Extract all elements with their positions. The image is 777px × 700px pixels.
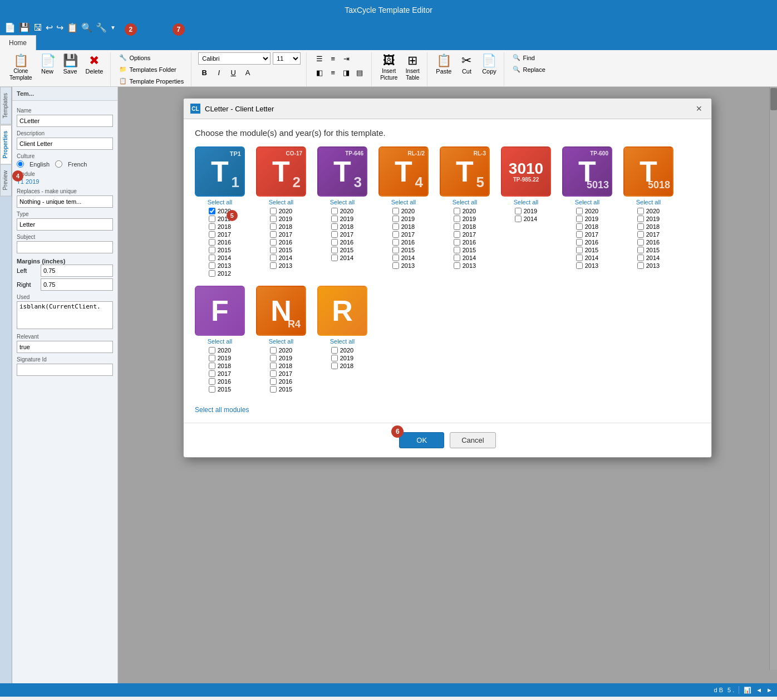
t1-year-2013[interactable]: 2013	[209, 262, 231, 269]
french-radio[interactable]	[55, 160, 62, 168]
t4-letter: T	[395, 157, 412, 186]
italic-button[interactable]: I	[213, 66, 225, 79]
description-input[interactable]	[17, 138, 113, 150]
t1-year-2017[interactable]: 2017	[209, 231, 231, 238]
module-icon-3010[interactable]: 3010 TP-985.22	[501, 146, 551, 197]
cut-button[interactable]: ✂ Cut	[455, 52, 478, 77]
clone-template-button[interactable]: 📋 CloneTemplate	[6, 52, 36, 84]
right-margin-input[interactable]	[41, 278, 113, 291]
module-icon-t3[interactable]: T 3 TP-646	[317, 146, 367, 197]
relevant-label: Relevant	[17, 334, 113, 340]
t3-select-all[interactable]: Select all	[330, 199, 355, 205]
font-name-select[interactable]: Calibri	[198, 52, 271, 65]
tab-home[interactable]: Home	[0, 35, 36, 50]
nav-prev-icon[interactable]: ◄	[756, 687, 762, 693]
select-all-modules-link[interactable]: Select all modules	[195, 406, 249, 414]
undo-icon[interactable]: ↩	[46, 22, 53, 33]
t1-year-2014[interactable]: 2014	[209, 254, 231, 261]
step-badge-2: 2	[125, 23, 137, 36]
insert-table-button[interactable]: ⊞ InsertTable	[401, 52, 424, 84]
t1-year-list: 2020 2019 5 2018 2017 2016 2015 2014 201…	[209, 208, 231, 277]
redo-icon[interactable]: ↪	[56, 22, 63, 33]
module-icon-r[interactable]: R	[317, 286, 367, 336]
t5-select-all[interactable]: Select all	[453, 199, 478, 205]
insert-picture-button[interactable]: 🖼 InsertPicture	[376, 52, 401, 84]
t1-year-2015[interactable]: 2015	[209, 247, 231, 253]
3010-select-all[interactable]: Select all	[514, 199, 539, 205]
save-as-icon[interactable]: 🖫	[33, 23, 42, 33]
insert-table-label: InsertTable	[406, 68, 420, 81]
tab-properties[interactable]: Properties	[0, 125, 12, 164]
n-letter: N	[271, 296, 292, 325]
step-badge-7: 7	[173, 23, 185, 36]
t2-select-all[interactable]: Select all	[269, 199, 294, 205]
tab-templates[interactable]: Templates	[0, 87, 12, 125]
font-color-button[interactable]: A	[242, 66, 254, 79]
module-icon-n[interactable]: N R4	[256, 286, 306, 336]
align-center-button[interactable]: ≡	[327, 66, 339, 79]
underline-button[interactable]: U	[227, 66, 239, 79]
copy-button[interactable]: 📄 Copy	[478, 52, 500, 77]
t1-year-2019[interactable]: 2019 5	[209, 216, 231, 222]
n-select-all[interactable]: Select all	[269, 338, 294, 345]
module-icon-t2[interactable]: T 2 CO-17	[256, 146, 306, 197]
settings-icon[interactable]: 🔧	[96, 22, 107, 33]
subject-input[interactable]	[17, 241, 113, 253]
module-icon-t5[interactable]: T 5 RL-3	[440, 146, 490, 197]
bold-button[interactable]: B	[198, 66, 210, 79]
clipboard-icon[interactable]: 📋	[67, 22, 78, 33]
t5018-select-all[interactable]: Select all	[636, 199, 661, 205]
quick-access-dropdown[interactable]: ▼	[110, 25, 116, 31]
t3-num: 3	[354, 174, 362, 191]
find-button[interactable]: 🔍 Find	[509, 52, 549, 63]
t1-year-2018[interactable]: 2018	[209, 223, 231, 230]
indent-button[interactable]: ⇥	[340, 52, 352, 65]
module-icon-f[interactable]: F	[195, 286, 245, 336]
options-button[interactable]: 🔧 Options	[115, 52, 188, 63]
font-size-select[interactable]: 11	[273, 52, 301, 65]
bullet-list-button[interactable]: ☰	[313, 52, 326, 65]
t4-select-all[interactable]: Select all	[391, 199, 416, 205]
panel-section-name: Name Description Culture English French …	[12, 101, 117, 379]
tab-preview[interactable]: Preview	[0, 164, 12, 197]
left-margin-input[interactable]	[41, 265, 113, 277]
used-textarea[interactable]: isblank(CurrentClient.	[17, 301, 113, 329]
nav-next-icon[interactable]: ►	[766, 687, 773, 693]
modal-close-button[interactable]: ✕	[694, 103, 705, 114]
module-icon-t1[interactable]: T 1 TP1	[195, 146, 245, 197]
align-right-button[interactable]: ◨	[340, 66, 352, 79]
paste-button[interactable]: 📋 Paste	[432, 52, 455, 77]
relevant-input[interactable]	[17, 341, 113, 353]
module-icon-t4[interactable]: T 4 RL-1/2	[378, 146, 429, 197]
left-label: Left	[17, 267, 39, 274]
t1-year-2012[interactable]: 2012	[209, 270, 231, 277]
align-left-button[interactable]: ◧	[313, 66, 326, 79]
t1-year-2016[interactable]: 2016	[209, 239, 231, 246]
t1-select-all[interactable]: Select all	[208, 199, 233, 205]
templates-folder-button[interactable]: 📁 Templates Folder	[115, 64, 188, 75]
module-col-t2: T 2 CO-17 Select all 2020 2019 2018 2017…	[256, 146, 306, 277]
new-doc-icon[interactable]: 📄	[4, 22, 16, 33]
signature-input[interactable]	[17, 364, 113, 376]
delete-button[interactable]: ✖ Delete	[82, 52, 107, 77]
replace-button[interactable]: 🔍 Replace	[509, 64, 549, 75]
module-icon-t5013[interactable]: T 5013 TP-600	[562, 146, 612, 197]
r-select-all[interactable]: Select all	[330, 338, 355, 345]
new-button[interactable]: 📄+ New	[36, 52, 59, 77]
align-justify-button[interactable]: ▤	[353, 66, 366, 79]
name-input[interactable]	[17, 115, 113, 127]
save-button[interactable]: 💾 Save	[59, 52, 82, 77]
review-icon[interactable]: 🔍	[81, 22, 92, 33]
template-properties-button[interactable]: 📋 Template Properties	[115, 76, 188, 86]
english-radio[interactable]	[17, 160, 24, 168]
t5013-select-all[interactable]: Select all	[575, 199, 600, 205]
f-select-all[interactable]: Select all	[208, 338, 233, 345]
cancel-button[interactable]: Cancel	[450, 432, 495, 448]
replaces-input[interactable]	[17, 195, 113, 208]
numbered-list-button[interactable]: ≡	[327, 52, 339, 65]
ok-button[interactable]: OK	[399, 432, 444, 448]
save-icon[interactable]: 💾	[19, 22, 30, 33]
type-input[interactable]	[17, 218, 113, 231]
delete-icon: ✖	[89, 55, 99, 67]
module-icon-t5018[interactable]: T 5018	[623, 146, 673, 197]
